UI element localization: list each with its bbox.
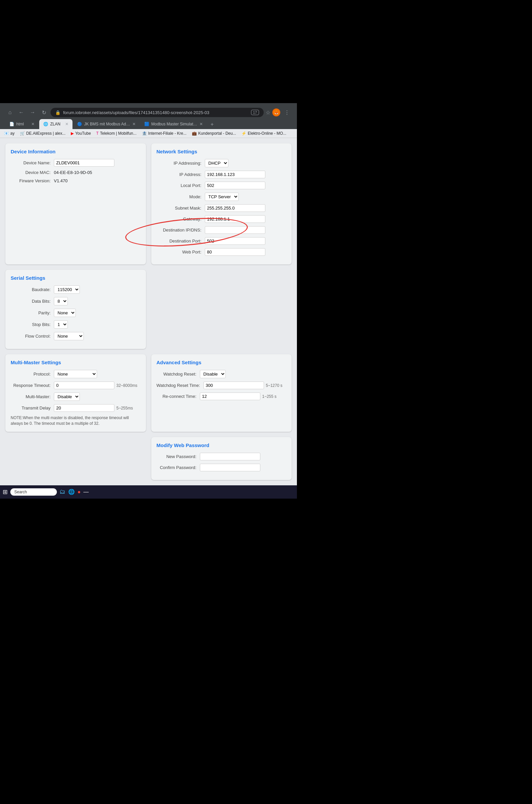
response-timeout-range: 32~8000ms xyxy=(116,383,137,388)
taskbar-icon4[interactable]: — xyxy=(83,489,89,495)
watchdog-time-input[interactable] xyxy=(204,381,264,389)
tab-count: 17 xyxy=(251,110,259,115)
advanced-settings-title: Advanced Settings xyxy=(157,360,287,365)
home-button[interactable]: ⌂ xyxy=(5,108,15,117)
windows-taskbar: ⊞ Search 🗂 🌐 ● — xyxy=(0,485,297,499)
protocol-row: Protocol: None Modbus xyxy=(11,370,141,378)
bookmark-star-icon[interactable]: ☆ xyxy=(266,109,270,116)
device-info-card: Device Information Device Name: Device M… xyxy=(5,143,146,264)
reconnect-time-row: Re-connect Time: 1~255 s xyxy=(157,393,287,400)
multi-master-title: Multi-Master Settings xyxy=(11,360,141,365)
tab-jkbms-icon: 🔵 xyxy=(77,122,82,126)
bookmark-portal-icon: 💼 xyxy=(192,131,197,136)
network-settings-title: Network Settings xyxy=(157,149,287,154)
dest-ip-input[interactable] xyxy=(205,226,265,234)
bookmark-internet-filiale[interactable]: 🏦 Internet-Filiale - Kre... xyxy=(141,130,188,136)
new-tab-button[interactable]: + xyxy=(208,120,217,129)
ip-address-input[interactable] xyxy=(205,171,265,178)
bookmark-elektro-icon: ⚡ xyxy=(241,131,246,136)
local-port-input[interactable] xyxy=(205,182,265,189)
dest-port-input[interactable] xyxy=(205,237,265,245)
tab-modbus[interactable]: 🟦 Modbus Master Simulator - fre... ✕ xyxy=(140,119,207,129)
response-timeout-input[interactable] xyxy=(54,381,114,389)
forward-button[interactable]: → xyxy=(28,108,37,117)
transmit-delay-input[interactable] xyxy=(54,404,114,412)
taskbar-icon2[interactable]: 🌐 xyxy=(68,489,75,495)
data-bits-select[interactable]: 8 7 xyxy=(54,297,68,305)
tab-jkbms-close[interactable]: ✕ xyxy=(132,122,136,126)
new-password-label: New Password: xyxy=(157,454,200,459)
stop-bits-label: Stop Bits: xyxy=(11,322,54,327)
transmit-delay-label: Transmit Delay xyxy=(11,406,54,410)
tab-jkbms[interactable]: 🔵 JK BMS mit Modbus Adapter ü... ✕ xyxy=(73,119,140,129)
parity-select[interactable]: None Even Odd xyxy=(54,309,76,317)
flow-control-select[interactable]: None RTS/CTS xyxy=(54,332,84,340)
bookmark-kundenportal[interactable]: 💼 Kundenportal - Deu... xyxy=(191,130,238,136)
confirm-password-input[interactable] xyxy=(200,464,260,471)
watchdog-reset-select[interactable]: Disable Enable xyxy=(200,370,226,378)
tab-zlan[interactable]: 🌐 ZLAN ✕ xyxy=(39,119,73,129)
url-text: forum.iobroker.net/assets/uploads/files/… xyxy=(63,110,248,115)
firmware-version-label: Firware Version: xyxy=(11,178,54,183)
ip-address-label: IP Address: xyxy=(157,172,205,177)
baudrate-select[interactable]: 115200 9600 19200 38400 57600 xyxy=(54,285,80,294)
mode-select[interactable]: TCP Server TCP Client UDP xyxy=(205,193,239,201)
menu-button[interactable]: ⋮ xyxy=(282,108,291,117)
windows-start-icon[interactable]: ⊞ xyxy=(3,488,8,496)
tab-zlan-label: ZLAN xyxy=(50,122,63,126)
bookmark-telekom[interactable]: T Telekom | Mobilfun... xyxy=(95,130,138,136)
ip-addressing-label: IP Addressing: xyxy=(157,161,205,166)
back-button[interactable]: ← xyxy=(17,108,26,117)
multi-master-select[interactable]: Disable Enable xyxy=(54,393,80,401)
bookmark-youtube[interactable]: ▶ YouTube xyxy=(70,130,92,136)
subnet-mask-row: Subnet Mask: xyxy=(157,204,287,212)
tab-modbus-icon: 🟦 xyxy=(144,122,149,126)
taskbar-icon3[interactable]: ● xyxy=(77,489,81,495)
ip-address-row: IP Address: xyxy=(157,171,287,178)
bookmark-ay-icon: 📧 xyxy=(4,131,9,136)
tab-html[interactable]: 📄 html ✕ xyxy=(5,119,39,129)
dest-ip-row: Destination IP/DNS: xyxy=(157,226,287,234)
search-bar[interactable]: Search xyxy=(10,488,57,496)
subnet-mask-label: Subnet Mask: xyxy=(157,206,205,210)
tab-modbus-close[interactable]: ✕ xyxy=(200,122,203,126)
tab-zlan-close[interactable]: ✕ xyxy=(65,122,69,126)
bookmark-elektro[interactable]: ⚡ Elektro-Online - MO... xyxy=(240,130,288,136)
data-bits-row: Data Bits: 8 7 xyxy=(11,297,141,305)
bookmark-aliexpress[interactable]: 🛒 DE.AliExpress | alex... xyxy=(19,130,67,136)
tab-html-icon: 📄 xyxy=(9,122,14,126)
protocol-select[interactable]: None Modbus xyxy=(54,370,97,378)
web-port-label: Web Port: xyxy=(157,249,205,255)
watchdog-time-row: Watchdog Reset Time: 5~1270 s xyxy=(157,381,287,389)
device-info-title: Device Information xyxy=(11,149,141,154)
modify-password-card: Modify Web Password New Password: Confir… xyxy=(151,437,292,480)
watchdog-time-label: Watchdog Reset Time: xyxy=(157,383,204,388)
refresh-button[interactable]: ↻ xyxy=(39,108,49,117)
modify-password-title: Modify Web Password xyxy=(157,443,287,448)
gateway-input[interactable] xyxy=(205,215,265,223)
tab-html-close[interactable]: ✕ xyxy=(31,122,35,126)
data-bits-label: Data Bits: xyxy=(11,299,54,304)
bookmark-telekom-icon: T xyxy=(96,131,98,136)
address-bar[interactable]: 🔒 forum.iobroker.net/assets/uploads/file… xyxy=(51,108,264,117)
new-password-input[interactable] xyxy=(200,453,260,461)
bookmark-ay-label: ay xyxy=(10,131,15,136)
baudrate-row: Baudrate: 115200 9600 19200 38400 57600 xyxy=(11,285,141,294)
serial-settings-title: Serial Settings xyxy=(11,275,141,281)
web-port-input[interactable] xyxy=(205,248,265,256)
tab-html-label: html xyxy=(16,122,29,126)
device-name-input[interactable] xyxy=(54,159,114,167)
stop-bits-select[interactable]: 1 2 xyxy=(54,320,68,329)
gateway-row: Gateway: xyxy=(157,215,287,223)
parity-row: Parity: None Even Odd xyxy=(11,309,141,317)
bookmark-portal-label: Kundenportal - Deu... xyxy=(198,131,236,136)
subnet-mask-input[interactable] xyxy=(205,204,265,212)
bookmark-ay[interactable]: 📧 ay xyxy=(3,130,16,136)
serial-settings-card: Serial Settings Baudrate: 115200 9600 19… xyxy=(5,270,146,349)
reconnect-time-input[interactable] xyxy=(200,393,260,400)
flow-control-label: Flow Control: xyxy=(11,334,54,339)
ip-addressing-select[interactable]: DHCP Static xyxy=(205,159,228,167)
multi-master-row: Multi-Master: Disable Enable xyxy=(11,393,141,401)
bookmark-ali-label: DE.AliExpress | alex... xyxy=(26,131,66,136)
taskbar-icon1[interactable]: 🗂 xyxy=(59,488,65,495)
